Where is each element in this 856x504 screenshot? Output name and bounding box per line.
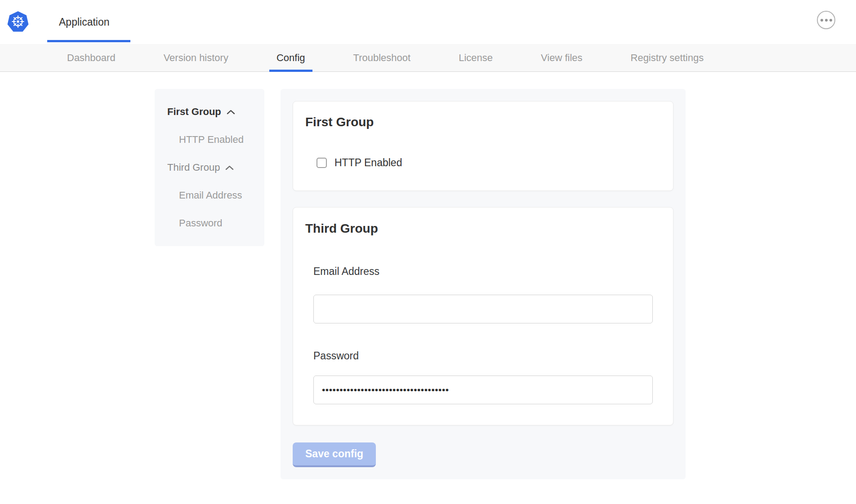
password-label: Password bbox=[313, 349, 653, 362]
ellipsis-icon bbox=[820, 19, 832, 22]
sidebar-item-third-group[interactable]: Third Group bbox=[167, 162, 260, 173]
group-title: Third Group bbox=[305, 221, 661, 236]
kubernetes-logo-icon bbox=[7, 11, 29, 33]
app-header: Application bbox=[0, 0, 856, 44]
checkbox-label: HTTP Enabled bbox=[334, 156, 402, 169]
email-address-input[interactable] bbox=[313, 295, 653, 323]
sidebar-item-email-address[interactable]: Email Address bbox=[167, 190, 260, 201]
config-group-card-third: Third Group Email Address Password bbox=[293, 207, 673, 425]
config-sidebar: First Group HTTP Enabled Third Group Ema… bbox=[155, 89, 264, 246]
sidebar-item-label: Email Address bbox=[179, 190, 242, 201]
http-enabled-checkbox-row[interactable]: HTTP Enabled bbox=[317, 156, 661, 169]
config-group-card-first: First Group HTTP Enabled bbox=[293, 101, 673, 191]
tab-version-history[interactable]: Version history bbox=[156, 44, 236, 71]
tab-application[interactable]: Application bbox=[59, 0, 110, 44]
config-fields: Email Address Password bbox=[313, 265, 653, 404]
tab-troubleshoot[interactable]: Troubleshoot bbox=[346, 44, 418, 71]
config-panel: First Group HTTP Enabled Third Group Ema… bbox=[281, 89, 686, 479]
group-title: First Group bbox=[305, 114, 661, 130]
save-config-button[interactable]: Save config bbox=[293, 442, 376, 467]
tab-view-files[interactable]: View files bbox=[534, 44, 590, 71]
tab-registry-settings[interactable]: Registry settings bbox=[624, 44, 711, 71]
sidebar-item-password[interactable]: Password bbox=[167, 217, 260, 229]
sidebar-item-http-enabled[interactable]: HTTP Enabled bbox=[167, 134, 260, 146]
active-app-tab-underline bbox=[47, 40, 130, 42]
chevron-up-icon bbox=[225, 165, 234, 170]
tab-dashboard[interactable]: Dashboard bbox=[60, 44, 123, 71]
sidebar-item-label: HTTP Enabled bbox=[179, 134, 244, 146]
email-address-field: Email Address bbox=[313, 265, 653, 323]
tab-license[interactable]: License bbox=[451, 44, 500, 71]
http-enabled-checkbox[interactable] bbox=[317, 158, 327, 168]
overflow-menu-button[interactable] bbox=[817, 11, 835, 29]
app-nav-tabs: Dashboard Version history Config Trouble… bbox=[0, 44, 856, 72]
sidebar-item-label: First Group bbox=[167, 106, 221, 118]
sidebar-item-label: Password bbox=[179, 217, 223, 229]
sidebar-item-label: Third Group bbox=[167, 162, 220, 173]
password-field: Password bbox=[313, 349, 653, 404]
sidebar-item-first-group[interactable]: First Group bbox=[167, 106, 260, 118]
chevron-up-icon bbox=[227, 110, 235, 115]
password-input[interactable] bbox=[313, 376, 653, 404]
tab-application-label: Application bbox=[59, 16, 110, 28]
tab-config[interactable]: Config bbox=[269, 44, 312, 71]
email-address-label: Email Address bbox=[313, 265, 653, 278]
config-page: First Group HTTP Enabled Third Group Ema… bbox=[0, 89, 856, 479]
